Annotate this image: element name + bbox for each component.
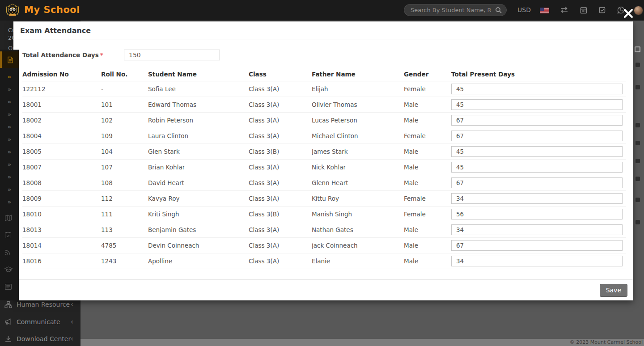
cell-class: Class 3(B)	[249, 144, 312, 160]
cell-present-days	[451, 144, 626, 160]
cell-student-name: Edward Thomas	[148, 97, 249, 113]
cell-present-days	[451, 238, 626, 253]
owl-logo-icon	[5, 2, 20, 17]
present-days-input[interactable]	[451, 115, 623, 126]
table-header-row: Admission No Roll No. Student Name Class…	[22, 66, 626, 81]
cell-present-days	[451, 81, 626, 97]
cell-roll-no: 112	[101, 191, 148, 207]
cell-roll-no: 107	[101, 160, 148, 175]
cell-gender: Female	[404, 191, 451, 207]
background-icon	[636, 220, 640, 224]
present-days-input[interactable]	[451, 99, 623, 110]
cell-gender: Male	[404, 113, 451, 128]
cell-student-name: Laura Clinton	[148, 128, 249, 144]
present-days-input[interactable]	[451, 240, 623, 251]
cell-student-name: Kriti Singh	[148, 207, 249, 222]
col-admission-no: Admission No	[22, 66, 101, 81]
cell-student-name: David Heart	[148, 175, 249, 191]
sidebar-item-download-center[interactable]: Download Center ‹	[0, 330, 80, 346]
user-avatar[interactable]	[634, 6, 643, 15]
col-class: Class	[249, 66, 312, 81]
cell-gender: Male	[404, 97, 451, 113]
cell-class: Class 3(A)	[249, 128, 312, 144]
table-row: 18001 101 Edward Thomas Class 3(A) Olivi…	[22, 97, 626, 113]
check-square-icon[interactable]	[599, 7, 606, 13]
cell-student-name: Sofia Lee	[148, 81, 249, 97]
sidebar-submenu-chevron[interactable]: »	[0, 120, 19, 133]
col-student-name: Student Name	[148, 66, 249, 81]
cell-gender: Male	[404, 253, 451, 269]
background-icon	[636, 123, 640, 127]
sidebar-item-label: Human Resource	[17, 301, 70, 308]
sidebar-item-academics[interactable]	[0, 261, 19, 278]
sidebar-item-communicate[interactable]: Communicate ‹	[0, 313, 80, 331]
cell-roll-no: 1243	[101, 253, 148, 269]
sidebar-item-feed[interactable]	[0, 244, 19, 261]
search-input[interactable]	[404, 4, 506, 16]
sidebar-submenu-chevron[interactable]: »	[0, 70, 19, 83]
document-icon	[7, 56, 14, 63]
cell-present-days	[451, 128, 626, 144]
table-row: 18005 104 Glen Stark Class 3(B) James St…	[22, 144, 626, 160]
sidebar-item-news[interactable]	[0, 278, 19, 295]
cell-father-name: Elanie	[312, 253, 404, 269]
present-days-input[interactable]	[451, 162, 623, 173]
sidebar-submenu-chevron[interactable]: »	[0, 158, 19, 170]
cell-student-name: Glen Stark	[148, 144, 249, 160]
cell-student-name: Devin Coinneach	[148, 238, 249, 253]
cell-roll-no: 109	[101, 128, 148, 144]
cell-father-name: Nathan Gates	[312, 222, 404, 238]
sidebar-collapsed-strip: »»»»»»»»»»»	[0, 50, 19, 300]
present-days-input[interactable]	[451, 146, 623, 157]
present-days-input[interactable]	[451, 84, 623, 94]
calendar-icon[interactable]	[580, 6, 587, 14]
cell-admission-no: 18002	[22, 113, 101, 128]
present-days-input[interactable]	[451, 209, 623, 219]
sidebar-item-label: Communicate	[17, 318, 60, 325]
sidebar-item-map[interactable]	[0, 209, 19, 227]
table-row: 18002 102 Robin Peterson Class 3(A) Luca…	[22, 113, 626, 128]
close-icon[interactable]	[623, 8, 635, 20]
sidebar-submenu-chevron[interactable]: »	[0, 183, 19, 195]
us-flag-icon[interactable]	[540, 8, 549, 13]
sidebar-submenu-chevron[interactable]: »	[0, 145, 19, 158]
sidebar-submenu-chevron[interactable]: »	[0, 170, 19, 183]
cell-admission-no: 18004	[22, 128, 101, 144]
newspaper-icon	[4, 283, 12, 290]
total-attendance-days-input[interactable]	[124, 50, 220, 60]
cell-admission-no: 18013	[22, 222, 101, 238]
copyright-text: © 2023 Mount Carmel School	[570, 339, 643, 345]
cell-father-name: James Stark	[312, 144, 404, 160]
table-row: 18013 113 Benjamin Gates Class 3(A) Nath…	[22, 222, 626, 238]
modal-title: Exam Attendance	[13, 21, 633, 39]
table-row: 122112 - Sofia Lee Class 3(A) Elijah Fem…	[22, 81, 626, 97]
cell-class: Class 3(B)	[249, 207, 312, 222]
present-days-input[interactable]	[451, 131, 623, 141]
sidebar-active-item[interactable]	[0, 51, 19, 68]
sidebar-submenu-chevron[interactable]: »	[0, 133, 19, 145]
sidebar-submenu: »»»»»»»»»»»	[0, 70, 19, 208]
sidebar-submenu-chevron[interactable]: »	[0, 95, 19, 108]
present-days-input[interactable]	[451, 224, 623, 235]
present-days-input[interactable]	[451, 256, 623, 266]
cell-present-days	[451, 175, 626, 191]
sidebar-submenu-chevron[interactable]: »	[0, 195, 19, 208]
app-logo[interactable]: My School	[5, 2, 80, 17]
exchange-icon[interactable]	[560, 6, 568, 13]
search-icon[interactable]	[495, 7, 502, 14]
cell-class: Class 3(A)	[249, 97, 312, 113]
cell-student-name: Brian Kohlar	[148, 160, 249, 175]
col-father-name: Father Name	[312, 66, 404, 81]
present-days-input[interactable]	[451, 177, 623, 188]
download-icon	[4, 335, 12, 343]
save-button[interactable]: Save	[600, 284, 627, 297]
sidebar-submenu-chevron[interactable]: »	[0, 83, 19, 95]
sidebar-icon-menu	[0, 209, 19, 295]
sidebar-item-calendar[interactable]	[0, 227, 19, 244]
present-days-input[interactable]	[451, 193, 623, 204]
cell-present-days	[451, 97, 626, 113]
currency-selector[interactable]: USD	[517, 6, 531, 13]
student-search	[404, 4, 507, 16]
sidebar-submenu-chevron[interactable]: »	[0, 108, 19, 120]
cell-father-name: Michael Clinton	[312, 128, 404, 144]
